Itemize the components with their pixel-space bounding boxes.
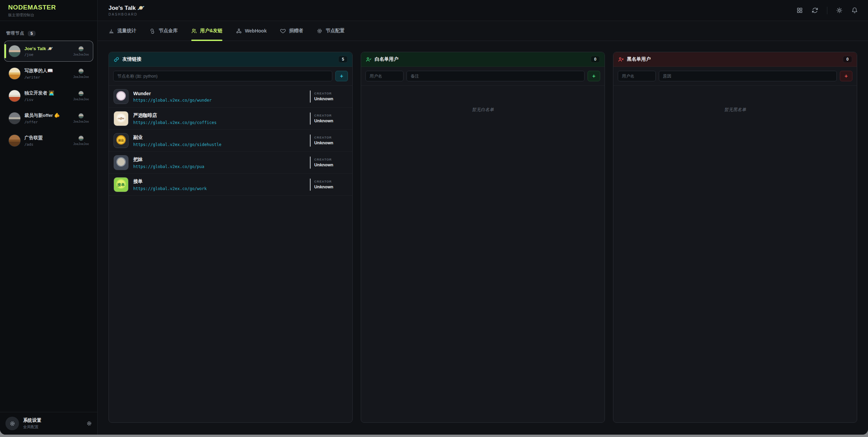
link-url[interactable]: https://global.v2ex.co/go/wunder [133,98,212,103]
link-url[interactable]: https://global.v2ex.co/go/pua [133,164,204,169]
settings-subtitle: 全局配置 [23,424,41,430]
friend-link-row-wunder: Wunder https://global.v2ex.co/go/wunder … [109,86,352,108]
page-subtitle: DASHBOARD [108,13,144,16]
notifications-button[interactable] [851,7,858,14]
tabbar: 流量统计 节点金库 用户&友链 [98,21,868,41]
sidebar-node-isv[interactable]: 独立开发者 🧑‍💻 /isv JoeJoeJoe [4,85,93,106]
whitelist-count-badge: 0 [591,56,600,63]
blacklist-panel: 黑名单用户 0 + 暂无黑名单 [613,52,857,423]
whitelist-username-input[interactable] [366,71,403,81]
link-name: 接单 [133,179,207,185]
grid-icon [796,7,803,14]
panel-title: 白名单用户 [375,56,398,62]
managed-nodes-row: 管理节点 5 [0,30,97,36]
blacklist-reason-input[interactable] [659,71,837,81]
sidebar-node-offer[interactable]: 裁员与新offer 🫵 /offer JoeJoeJoe [4,108,93,129]
add-whitelist-form: + [361,67,605,86]
add-link-form: + [109,67,352,86]
refresh-button[interactable] [812,7,818,14]
topbar-divider [827,7,827,14]
friend-links-list: Wunder https://global.v2ex.co/go/wunder … [109,86,352,196]
sidebar-node-joe[interactable]: Joe's Talk 🪐 /joe JoeJoeJoe [4,41,93,62]
link-creator-meta: CREATOR Unknown [310,179,333,191]
link-thumbnail [114,89,129,104]
coins-icon [150,28,156,34]
node-avatar [8,67,21,80]
node-path: /isv [24,98,54,102]
link-url[interactable]: https://global.v2ex.co/go/coffices [133,120,217,125]
node-title: 广告联盟 [24,135,43,141]
sidebar-node-ads[interactable]: 广告联盟 /ads JoeJoeJoe [4,130,93,151]
bar-chart-icon [108,28,114,34]
settings-circle-button[interactable] [5,417,19,430]
whitelist-note-input[interactable] [407,71,585,81]
blacklist-header: 黑名单用户 0 [613,52,857,67]
webhook-icon [236,28,242,34]
owner-avatar [78,91,84,96]
whitelist-header: 白名单用户 0 [361,52,605,67]
node-path: /writer [24,75,53,80]
friend-link-row-pua: 把妹 https://global.v2ex.co/go/pua CREATOR… [109,152,352,174]
link-icon [114,57,119,62]
user-x-icon [618,57,624,62]
main-area: Joe's Talk 🪐 DASHBOARD [98,0,868,435]
sidebar-header: NODEMASTER 版主管理控制台 [0,0,97,21]
node-avatar [8,134,21,147]
tab-webhook[interactable]: WebHook [236,21,267,41]
link-name: 副业 [133,134,221,141]
link-url[interactable]: https://global.v2ex.co/go/work [133,186,207,191]
blacklist-empty-state: 暂无黑名单 [613,86,857,113]
node-path: /offer [24,120,60,124]
system-settings-item[interactable]: 系统设置 全局配置 [0,412,97,435]
bell-icon [851,7,858,14]
link-thumbnail [114,155,129,170]
link-thumbnail: coffee [114,111,129,126]
add-blacklist-form: + [613,67,857,86]
page-title: Joe's Talk 🪐 [108,4,144,12]
sidebar-node-writer[interactable]: 写故事的人📖 /writer JoeJoeJoe [4,63,93,84]
friend-links-count-badge: 5 [338,56,348,63]
friend-link-row-coffices: coffee 严选咖啡店 https://global.v2ex.co/go/c… [109,108,352,130]
blacklist-username-input[interactable] [618,71,656,81]
friend-links-panel: 友情链接 5 + Wunder https://global.v2ex.co/ [108,52,353,423]
owner-avatar [78,136,84,141]
settings-title: 系统设置 [23,417,41,423]
link-creator-meta: CREATOR Unknown [310,157,333,169]
theme-toggle-button[interactable] [836,7,843,14]
sidebar: NODEMASTER 版主管理控制台 管理节点 5 Joe's Talk 🪐 /… [0,0,98,435]
node-title: Joe's Talk 🪐 [24,46,53,51]
grid-apps-button[interactable] [796,7,803,14]
gear-icon[interactable] [86,421,92,426]
tab-node-config[interactable]: 节点配置 [317,21,344,41]
owner-avatar [78,68,84,74]
heart-icon [280,28,286,34]
tab-node-treasury[interactable]: 节点金库 [150,21,178,41]
whitelist-empty-state: 暂无白名单 [361,86,605,113]
tab-users-links[interactable]: 用户&友链 [191,21,222,41]
content-area: 友情链接 5 + Wunder https://global.v2ex.co/ [98,41,868,435]
link-url[interactable]: https://global.v2ex.co/go/sidehustle [133,142,221,147]
link-thumbnail: 副业 [114,133,129,148]
link-creator-meta: CREATOR Unknown [310,112,333,125]
panel-title: 黑名单用户 [627,56,651,62]
friend-link-row-sidehustle: 副业 副业 https://global.v2ex.co/go/sidehust… [109,130,352,152]
owner-avatar [78,46,84,51]
whitelist-panel: 白名单用户 0 + 暂无白名单 [361,52,605,423]
owner-name: JoeJoeJoe [73,75,89,79]
owner-name: JoeJoeJoe [73,142,89,146]
friend-links-header: 友情链接 5 [109,52,352,67]
node-path: /joe [24,53,53,57]
owner-name: JoeJoeJoe [73,98,89,101]
tab-traffic-stats[interactable]: 流量统计 [108,21,136,41]
node-list: Joe's Talk 🪐 /joe JoeJoeJoe 写故事的人📖 /writ… [0,41,97,152]
brand-subtitle: 版主管理控制台 [8,13,89,18]
tab-donors[interactable]: 捐赠者 [280,21,303,41]
node-path: /ads [24,142,43,147]
brand-title: NODEMASTER [8,4,89,11]
node-avatar [8,112,21,124]
node-name-input[interactable] [113,71,332,81]
add-link-button[interactable]: + [335,71,348,81]
add-whitelist-button[interactable]: + [588,71,600,81]
add-blacklist-button[interactable]: + [840,71,852,81]
gear-icon [317,28,322,34]
